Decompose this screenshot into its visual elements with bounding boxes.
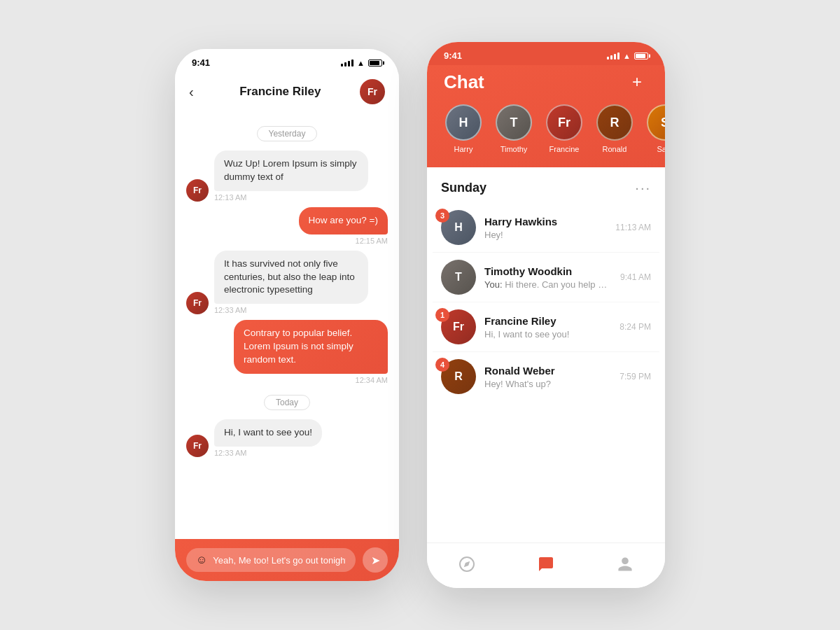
left-time: 9:41 [192, 57, 210, 68]
chat-item-preview: Hey! What's up? [484, 379, 611, 389]
messages-area: Yesterday Fr Wuz Up! Lorem Ipsum is simp… [175, 114, 399, 539]
wifi-icon: ▲ [357, 59, 365, 67]
left-phone: 9:41 ▲ ‹ Francine Riley Fr Yeste [175, 49, 399, 581]
story-item[interactable]: T Timothy [489, 104, 539, 153]
story-initials: S [648, 106, 665, 139]
story-item[interactable]: Fr Francine [539, 104, 589, 153]
chat-item[interactable]: Fr 1 Francine Riley Hi, I want to see yo… [433, 302, 659, 352]
nav-profile-button[interactable] [612, 552, 638, 577]
story-initials: R [598, 106, 631, 139]
story-avatar: Fr [546, 104, 582, 141]
avatar-wrap: R 4 [441, 359, 476, 394]
wifi-icon: ▲ [623, 52, 631, 60]
left-status-icons: ▲ [341, 59, 382, 67]
unread-badge: 1 [435, 308, 449, 322]
chat-avatar: T [441, 260, 476, 295]
signal-icon [341, 59, 354, 66]
story-name: Harry [454, 145, 473, 153]
more-options-button[interactable]: ··· [635, 180, 651, 196]
you-label: You: [484, 279, 505, 290]
msg-content: Contrary to popular belief. Lorem Ipsum … [234, 320, 388, 384]
contact-avatar[interactable]: Fr [360, 79, 385, 104]
chat-item[interactable]: H 3 Harry Hawkins Hey! 11:13 AM [433, 203, 659, 253]
contact-avatar-initials: Fr [368, 86, 377, 97]
msg-avatar: Fr [186, 435, 209, 457]
msg-bubble: It has survived not only five centuries,… [214, 251, 368, 304]
msg-bubble: Contrary to popular belief. Lorem Ipsum … [234, 320, 388, 374]
msg-content: Hi, I want to see you! 12:33 AM [214, 419, 322, 457]
msg-content: It has survived not only five centuries,… [214, 251, 368, 315]
right-status-icons: ▲ [607, 52, 648, 60]
date-separator-today: Today [186, 396, 388, 408]
msg-bubble: How are you? =) [299, 207, 388, 234]
chat-detail-header: ‹ Francine Riley Fr [175, 72, 399, 114]
msg-bubble: Wuz Up! Lorem Ipsum is simply dummy text… [214, 150, 368, 191]
story-avatar: S [647, 104, 665, 141]
story-initials: Fr [547, 106, 581, 139]
section-header: Sunday ··· [427, 167, 665, 203]
chat-item-name: Ronald Weber [484, 365, 611, 377]
message-row: Contrary to popular belief. Lorem Ipsum … [186, 320, 388, 384]
right-time: 9:41 [444, 50, 462, 61]
chat-item-info: Timothy Woodkin You: Hi there. Can you h… [484, 265, 612, 290]
story-item[interactable]: H Harry [438, 104, 489, 153]
stories-row: H Harry T Timothy Fr Francine R R [427, 104, 665, 153]
battery-icon [634, 52, 648, 59]
avatar-wrap: T [441, 260, 476, 295]
chat-item-time: 11:13 AM [615, 223, 651, 232]
svg-marker-1 [463, 561, 469, 567]
section-day-label: Sunday [441, 181, 486, 195]
chat-item[interactable]: T Timothy Woodkin You: Hi there. Can you… [433, 253, 659, 302]
unread-badge: 4 [435, 358, 449, 372]
add-chat-button[interactable]: + [626, 71, 648, 93]
chat-item-info: Ronald Weber Hey! What's up? [484, 365, 611, 389]
emoji-button[interactable]: ☺ [196, 554, 207, 566]
signal-icon [607, 52, 620, 59]
chat-list-title: Chat [444, 71, 484, 93]
message-row: How are you? =) 12:15 AM [186, 207, 388, 245]
right-status-bar: 9:41 ▲ [427, 42, 665, 65]
story-name: Ronald [603, 145, 627, 153]
chat-item-time: 9:41 AM [620, 272, 651, 282]
story-name: Timothy [500, 145, 528, 153]
msg-time: 12:13 AM [214, 193, 368, 202]
chat-item-preview: You: Hi there. Can you help me? [484, 279, 612, 290]
story-name: Francine [550, 145, 580, 153]
story-initials: T [497, 106, 531, 139]
chat-item-preview: Hi, I want to see you! [484, 329, 611, 340]
chat-item-info: Harry Hawkins Hey! [484, 216, 607, 240]
story-avatar: R [596, 104, 633, 141]
chat-item-time: 7:59 PM [620, 372, 651, 382]
msg-time: 12:33 AM [214, 306, 368, 314]
chat-input-bar: ☺ ➤ [175, 539, 399, 581]
message-row: Fr Wuz Up! Lorem Ipsum is simply dummy t… [186, 150, 388, 202]
message-row: Fr Hi, I want to see you! 12:33 AM [186, 419, 388, 457]
chat-item-name: Harry Hawkins [484, 216, 607, 227]
chat-input[interactable] [213, 555, 346, 566]
msg-time: 12:34 AM [234, 376, 388, 384]
chat-item[interactable]: R 4 Ronald Weber Hey! What's up? 7:59 PM [433, 352, 659, 401]
date-separator-yesterday: Yesterday [186, 127, 388, 139]
back-button[interactable]: ‹ [189, 84, 194, 100]
chat-list-title-row: Chat + [427, 65, 665, 104]
avatar-wrap: H 3 [441, 210, 476, 245]
chat-item-name: Francine Riley [484, 315, 611, 327]
msg-bubble: Hi, I want to see you! [214, 419, 322, 447]
story-avatar: H [445, 104, 482, 141]
send-button[interactable]: ➤ [363, 547, 388, 573]
avatar-wrap: Fr 1 [441, 309, 476, 344]
nav-explore-button[interactable] [454, 552, 479, 577]
story-item[interactable]: R Ronald [589, 104, 640, 153]
chat-input-wrap: ☺ [186, 548, 356, 572]
msg-time: 12:33 AM [214, 449, 322, 457]
nav-chat-button[interactable] [533, 552, 559, 577]
chat-list: H 3 Harry Hawkins Hey! 11:13 AM T Timoth… [427, 203, 665, 401]
msg-avatar: Fr [186, 179, 209, 202]
chat-item-time: 8:24 PM [620, 322, 651, 332]
story-initials: H [447, 106, 480, 139]
msg-time: 12:15 AM [299, 237, 388, 245]
chat-list-body: Sunday ··· H 3 Harry Hawkins Hey! 11:13 … [427, 167, 665, 588]
msg-avatar: Fr [186, 292, 209, 314]
chat-list-header: Chat + H Harry T Timothy Fr Francin [427, 65, 665, 167]
story-item[interactable]: S Sara [640, 104, 665, 153]
